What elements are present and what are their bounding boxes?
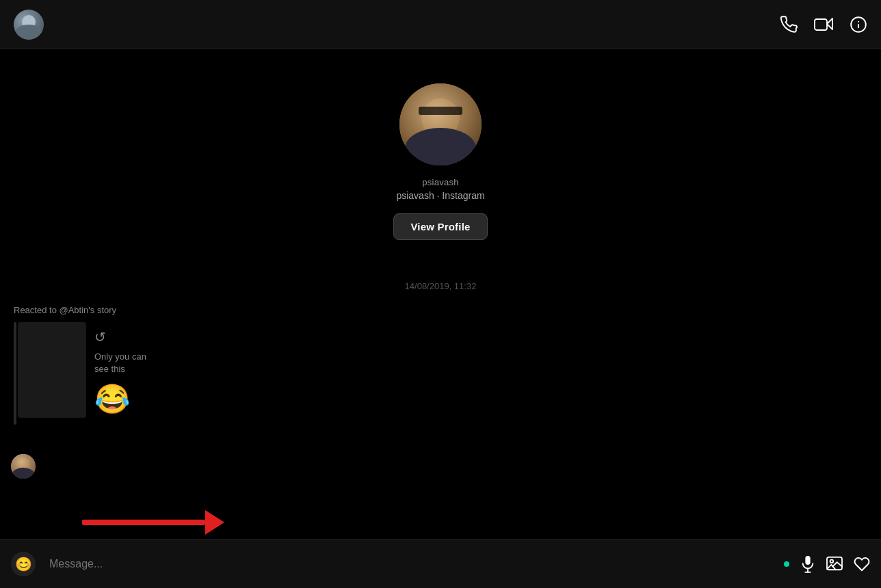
header xyxy=(0,0,881,49)
profile-card: psiavash psiavash · Instagram View Profi… xyxy=(0,49,881,240)
header-icons xyxy=(780,16,867,34)
message-bar: 😊 xyxy=(0,539,881,588)
svg-rect-5 xyxy=(805,556,810,565)
svg-rect-0 xyxy=(815,19,827,30)
story-reaction-container: Reacted to @Abtin's story ↺ Only you can… xyxy=(0,305,881,425)
view-profile-button[interactable]: View Profile xyxy=(393,213,487,240)
timestamp: 14/08/2019, 11:32 xyxy=(0,281,881,291)
input-right-icons xyxy=(784,555,870,573)
profile-avatar-large xyxy=(399,83,482,165)
story-content: ↺ Only you cansee this 😂 xyxy=(94,322,146,416)
arrow-body xyxy=(82,520,205,525)
emoji-icon: 😊 xyxy=(15,556,32,572)
message-input[interactable] xyxy=(44,558,776,570)
video-icon[interactable] xyxy=(814,16,833,34)
microphone-icon[interactable] xyxy=(800,555,815,573)
arrow-head xyxy=(205,510,224,535)
phone-icon[interactable] xyxy=(780,16,798,34)
reaction-label: Reacted to @Abtin's story xyxy=(14,305,881,315)
header-left xyxy=(14,10,44,40)
active-indicator xyxy=(784,561,789,567)
heart-icon[interactable] xyxy=(854,557,870,572)
red-arrow-indicator xyxy=(82,510,224,535)
info-icon[interactable] xyxy=(850,16,867,34)
expired-icon: ↺ xyxy=(94,329,146,345)
avatar[interactable] xyxy=(14,10,44,40)
chat-area: psiavash psiavash · Instagram View Profi… xyxy=(0,49,881,539)
svg-marker-1 xyxy=(827,18,832,29)
story-card: ↺ Only you cansee this 😂 xyxy=(14,322,881,425)
image-icon[interactable] xyxy=(826,557,843,572)
profile-name: psiavash xyxy=(422,176,459,187)
reaction-emoji: 😂 xyxy=(94,382,146,416)
profile-subtitle: psiavash · Instagram xyxy=(396,190,484,201)
svg-point-9 xyxy=(830,559,834,563)
emoji-button[interactable]: 😊 xyxy=(11,552,36,576)
sender-avatar xyxy=(11,454,36,479)
story-expired-text: Only you cansee this xyxy=(94,351,146,375)
story-image xyxy=(18,322,86,418)
